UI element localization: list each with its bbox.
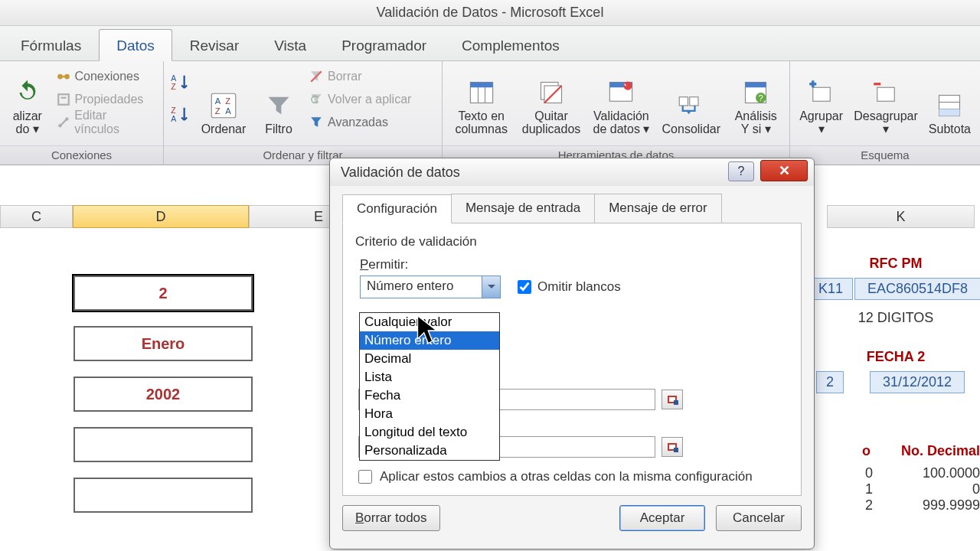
- edit-links-icon: [57, 116, 70, 129]
- group-label-esquema: Esquema: [790, 145, 980, 165]
- apply-changes-checkbox[interactable]: [358, 470, 372, 484]
- ordenar-button[interactable]: AZZA Ordenar: [196, 66, 251, 138]
- minimo-range-button[interactable]: [662, 390, 683, 409]
- refresh-all-label: alizar do ▾: [13, 109, 42, 136]
- cell-d-4[interactable]: [74, 427, 253, 462]
- k-ref-1[interactable]: K11: [808, 278, 853, 300]
- tab-complementos[interactable]: Complementos: [444, 29, 577, 60]
- consolidar-label: Consolidar: [662, 122, 720, 136]
- editar-vinculos-button[interactable]: Editar vínculos: [54, 112, 158, 133]
- aceptar-button[interactable]: Aceptar: [619, 505, 705, 531]
- k-ref-2[interactable]: 2: [816, 371, 844, 393]
- what-if-icon: ?: [742, 79, 769, 106]
- propiedades-button[interactable]: Propiedades: [54, 89, 158, 110]
- tab-mensaje-error[interactable]: Mensaje de error: [594, 194, 722, 223]
- sort-desc-icon[interactable]: ZA: [170, 104, 191, 129]
- validacion-datos-button[interactable]: Validación de datos ▾: [589, 66, 654, 138]
- cell-d-5[interactable]: [74, 478, 253, 513]
- dd-lista[interactable]: Lista: [360, 368, 499, 386]
- tab-datos[interactable]: Datos: [99, 29, 172, 61]
- filtro-label: Filtro: [265, 122, 292, 136]
- texto-columnas-label: Texto en columnas: [455, 109, 507, 136]
- omitir-blancos-checkbox[interactable]: Omitir blancos: [518, 279, 621, 295]
- consolidar-button[interactable]: Consolidar: [658, 66, 724, 138]
- filtro-button[interactable]: Filtro: [256, 66, 302, 138]
- k-note-1: 12 DIGITOS: [812, 310, 980, 326]
- col-header-d[interactable]: D: [73, 205, 249, 228]
- texto-columnas-button[interactable]: Texto en columnas: [449, 66, 514, 138]
- tab-formulas[interactable]: Fórmulas: [3, 29, 99, 60]
- agrupar-button[interactable]: Agrupar ▾: [796, 66, 846, 138]
- k-val-2[interactable]: 31/12/2012: [870, 371, 965, 393]
- column-k-content: RFC PM K11 EAC860514DF8 12 DIGITOS FECHA…: [812, 256, 980, 514]
- reaplicar-button[interactable]: Volver a aplicar: [306, 89, 414, 110]
- dd-fecha[interactable]: Fecha: [360, 386, 499, 405]
- analisis-ysi-button[interactable]: ? Análisis Y si ▾: [729, 66, 783, 138]
- dd-numero-entero[interactable]: Número entero: [360, 331, 499, 350]
- svg-text:A: A: [171, 73, 176, 83]
- k-r1b[interactable]: 0: [903, 481, 980, 497]
- dd-decimal[interactable]: Decimal: [360, 350, 499, 368]
- dd-cualquier-valor[interactable]: Cualquier valor: [360, 313, 499, 331]
- ribbon: alizar do ▾ Conexiones Propiedades Edita…: [0, 61, 980, 165]
- borrar-todos-button[interactable]: BBorrar todosorrar todos: [342, 505, 440, 531]
- permitir-dropdown-list[interactable]: Cualquier valor Número entero Decimal Li…: [359, 312, 500, 461]
- dialog-buttons: BBorrar todosorrar todos Aceptar Cancela…: [330, 505, 814, 542]
- dd-longitud-texto[interactable]: Longitud del texto: [360, 423, 499, 442]
- svg-point-5: [58, 124, 61, 127]
- k-r2b[interactable]: 999.9999: [903, 497, 980, 514]
- ribbon-group-herramientas: Texto en columnas Quitar duplicados Vali…: [443, 61, 790, 165]
- svg-point-26: [624, 81, 632, 90]
- omitir-blancos-input[interactable]: [518, 280, 531, 294]
- permitir-combo[interactable]: Número entero: [360, 276, 501, 298]
- close-button[interactable]: ✕: [760, 160, 808, 181]
- tab-revisar[interactable]: Revisar: [172, 29, 256, 60]
- dd-hora[interactable]: Hora: [360, 405, 499, 423]
- remove-duplicates-icon: [537, 79, 565, 106]
- help-button[interactable]: ?: [728, 161, 754, 181]
- dd-personalizada[interactable]: Personalizada: [360, 442, 499, 460]
- reapply-icon: [309, 93, 323, 106]
- k-r2a[interactable]: 2: [865, 497, 873, 514]
- dialog-title: Validación de datos: [341, 165, 460, 181]
- subtotal-button[interactable]: Subtota: [926, 66, 974, 138]
- cell-d-3[interactable]: 2002: [74, 377, 253, 412]
- cell-d-2[interactable]: Enero: [74, 326, 253, 361]
- dialog-titlebar[interactable]: Validación de datos ? ✕: [330, 158, 814, 186]
- col-header-k[interactable]: K: [827, 205, 975, 228]
- k-header-aux: o: [862, 443, 871, 459]
- ribbon-tabs: Fórmulas Datos Revisar Vista Programador…: [0, 26, 980, 61]
- svg-rect-4: [60, 97, 66, 99]
- tab-programador[interactable]: Programador: [324, 29, 444, 60]
- quitar-duplicados-button[interactable]: Quitar duplicados: [518, 66, 583, 138]
- tab-mensaje-entrada[interactable]: Mensaje de entrada: [451, 194, 595, 223]
- svg-text:?: ?: [759, 93, 763, 103]
- k-r1a[interactable]: 1: [865, 481, 873, 497]
- borrar-button[interactable]: Borrar: [306, 66, 414, 87]
- avanzadas-button[interactable]: Avanzadas: [306, 112, 414, 133]
- svg-text:A: A: [215, 96, 221, 106]
- maximo-range-button[interactable]: [662, 437, 683, 457]
- k-val-1[interactable]: EAC860514DF8: [854, 278, 980, 300]
- desagrupar-button[interactable]: Desagrupar ▾: [851, 66, 921, 138]
- col-header-c[interactable]: C: [0, 205, 73, 228]
- quitar-duplicados-label: Quitar duplicados: [522, 109, 581, 136]
- cell-d-selected[interactable]: 2: [74, 276, 253, 311]
- refresh-all-button[interactable]: alizar do ▾: [6, 66, 49, 138]
- cancelar-button[interactable]: Cancelar: [716, 505, 802, 531]
- agrupar-label: Agrupar ▾: [799, 109, 843, 136]
- sort-asc-icon[interactable]: AZ: [170, 72, 191, 96]
- apply-changes-row[interactable]: Aplicar estos cambios a otras celdas con…: [358, 469, 753, 484]
- analisis-ysi-label: Análisis Y si ▾: [735, 109, 777, 136]
- dialog-tabs: Configuración Mensaje de entrada Mensaje…: [342, 194, 802, 223]
- conexiones-button[interactable]: Conexiones: [54, 66, 158, 87]
- tab-configuracion[interactable]: Configuración: [342, 194, 452, 223]
- svg-rect-2: [60, 76, 66, 77]
- validacion-datos-label: Validación de datos ▾: [593, 109, 650, 136]
- sort-icon: AZZA: [210, 92, 237, 119]
- k-r0a[interactable]: 0: [865, 465, 873, 481]
- permitir-combo-dropdown-button[interactable]: [482, 276, 500, 298]
- tab-vista[interactable]: Vista: [256, 29, 324, 60]
- k-r0b[interactable]: 100.0000: [903, 465, 980, 481]
- svg-text:A: A: [171, 114, 176, 123]
